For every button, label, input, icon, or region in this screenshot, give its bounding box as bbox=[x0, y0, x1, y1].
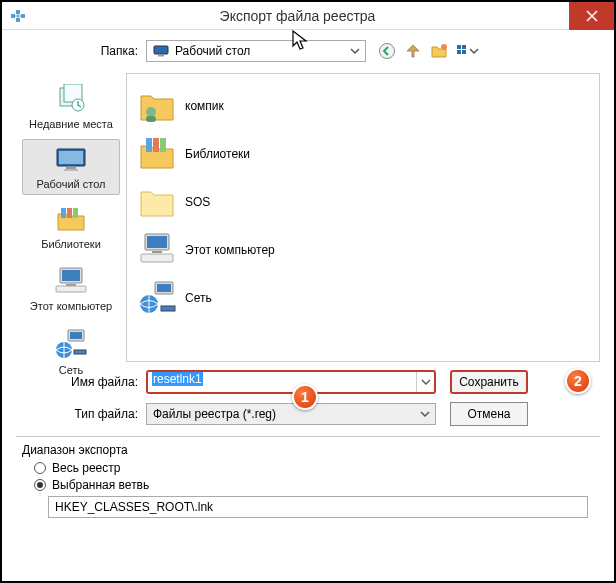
place-desktop[interactable]: Рабочий стол bbox=[22, 139, 120, 195]
folder-user-icon bbox=[137, 86, 177, 126]
svg-rect-15 bbox=[462, 50, 466, 54]
radio-label: Весь реестр bbox=[52, 461, 120, 475]
place-label: Библиотеки bbox=[25, 238, 117, 250]
list-item-label: Сеть bbox=[185, 291, 212, 305]
svg-rect-37 bbox=[153, 138, 159, 152]
svg-rect-35 bbox=[146, 116, 156, 122]
svg-rect-13 bbox=[462, 45, 466, 49]
view-menu-icon[interactable] bbox=[456, 42, 474, 60]
svg-point-34 bbox=[146, 107, 156, 117]
divider bbox=[16, 436, 600, 437]
desktop-icon bbox=[54, 146, 88, 174]
folder-row: Папка: Рабочий стол bbox=[16, 40, 600, 62]
file-browser: Недавние места Рабочий стол Библиотеки Э… bbox=[16, 72, 600, 362]
computer-icon bbox=[54, 266, 88, 296]
save-button[interactable]: Сохранить bbox=[450, 370, 528, 394]
svg-rect-14 bbox=[457, 50, 461, 54]
list-item-label: компик bbox=[185, 99, 224, 113]
svg-rect-31 bbox=[70, 332, 82, 339]
folder-select-value: Рабочий стол bbox=[175, 44, 250, 58]
place-computer[interactable]: Этот компьютер bbox=[22, 259, 120, 317]
network-icon bbox=[54, 328, 88, 360]
svg-rect-21 bbox=[66, 167, 76, 169]
export-range-group: Диапазон экспорта Весь реестр Выбранная … bbox=[16, 443, 600, 518]
svg-rect-9 bbox=[158, 55, 164, 57]
place-label: Этот компьютер bbox=[25, 300, 117, 312]
list-item-label: Библиотеки bbox=[185, 147, 250, 161]
new-folder-icon[interactable] bbox=[430, 42, 448, 60]
list-item[interactable]: Этот компьютер bbox=[133, 226, 333, 274]
svg-rect-3 bbox=[21, 14, 25, 18]
app-icon bbox=[10, 8, 26, 24]
libraries-icon bbox=[137, 134, 177, 174]
filename-input[interactable]: resetlnk1 bbox=[146, 370, 436, 394]
libraries-icon bbox=[54, 206, 88, 234]
svg-rect-44 bbox=[157, 284, 171, 292]
export-range-title: Диапазон экспорта bbox=[22, 443, 600, 457]
filetype-value: Файлы реестра (*.reg) bbox=[153, 407, 276, 421]
branch-path-input[interactable]: HKEY_CLASSES_ROOT\.lnk bbox=[48, 496, 588, 518]
svg-rect-42 bbox=[141, 254, 173, 262]
svg-rect-33 bbox=[74, 350, 86, 354]
chevron-down-icon[interactable] bbox=[416, 372, 434, 392]
svg-rect-12 bbox=[457, 45, 461, 49]
places-bar: Недавние места Рабочий стол Библиотеки Э… bbox=[16, 73, 126, 362]
close-button[interactable] bbox=[569, 2, 614, 30]
up-icon[interactable] bbox=[404, 42, 422, 60]
titlebar: Экспорт файла реестра bbox=[2, 2, 614, 30]
filetype-label: Тип файла: bbox=[16, 407, 146, 421]
list-item[interactable]: Библиотеки bbox=[133, 130, 333, 178]
svg-rect-41 bbox=[152, 251, 162, 253]
radio-selected-branch[interactable]: Выбранная ветвь bbox=[34, 478, 600, 492]
list-item[interactable]: компик bbox=[133, 82, 333, 130]
radio-icon bbox=[34, 462, 46, 474]
svg-rect-22 bbox=[64, 169, 78, 171]
list-item[interactable]: Сеть bbox=[133, 274, 333, 322]
svg-rect-23 bbox=[61, 208, 66, 218]
svg-rect-24 bbox=[67, 208, 72, 218]
folder-label: Папка: bbox=[16, 44, 146, 58]
list-item-label: Этот компьютер bbox=[185, 243, 275, 257]
svg-rect-40 bbox=[147, 236, 167, 248]
svg-rect-46 bbox=[161, 306, 175, 311]
chevron-down-icon bbox=[349, 45, 361, 57]
place-label: Недавние места bbox=[25, 118, 117, 130]
folder-icon bbox=[137, 182, 177, 222]
place-label: Рабочий стол bbox=[25, 178, 117, 190]
cancel-button[interactable]: Отмена bbox=[450, 402, 528, 426]
svg-rect-29 bbox=[56, 286, 86, 292]
back-icon[interactable] bbox=[378, 42, 396, 60]
svg-rect-8 bbox=[154, 46, 168, 54]
window-title: Экспорт файла реестра bbox=[26, 8, 569, 24]
file-list[interactable]: компик Библиотеки SOS Этот компьютер Сет… bbox=[126, 73, 600, 362]
filename-label: Имя файла: bbox=[16, 375, 146, 389]
svg-rect-38 bbox=[160, 138, 166, 152]
list-item-label: SOS bbox=[185, 195, 210, 209]
folder-select[interactable]: Рабочий стол bbox=[146, 40, 366, 62]
svg-rect-1 bbox=[16, 10, 20, 14]
svg-rect-20 bbox=[59, 151, 83, 164]
radio-all-registry[interactable]: Весь реестр bbox=[34, 461, 600, 475]
computer-icon bbox=[137, 230, 177, 270]
radio-icon bbox=[34, 479, 46, 491]
svg-rect-27 bbox=[62, 270, 80, 281]
place-libraries[interactable]: Библиотеки bbox=[22, 199, 120, 255]
svg-rect-25 bbox=[73, 208, 78, 218]
svg-rect-36 bbox=[146, 138, 152, 152]
svg-point-10 bbox=[380, 44, 395, 59]
radio-label: Выбранная ветвь bbox=[52, 478, 149, 492]
svg-rect-2 bbox=[16, 18, 20, 22]
svg-rect-0 bbox=[11, 14, 15, 18]
desktop-icon bbox=[153, 45, 169, 57]
place-network[interactable]: Сеть bbox=[22, 321, 120, 381]
chevron-down-icon bbox=[419, 408, 431, 420]
filetype-select[interactable]: Файлы реестра (*.reg) bbox=[146, 403, 436, 425]
annotation-badge-1: 1 bbox=[292, 384, 318, 410]
recent-icon bbox=[54, 84, 88, 114]
svg-point-11 bbox=[441, 44, 447, 50]
network-icon bbox=[137, 278, 177, 318]
annotation-badge-2: 2 bbox=[565, 368, 591, 394]
place-recent[interactable]: Недавние места bbox=[22, 77, 120, 135]
list-item[interactable]: SOS bbox=[133, 178, 333, 226]
